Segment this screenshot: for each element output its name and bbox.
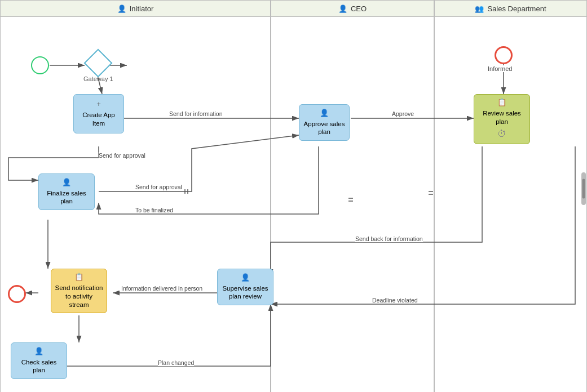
supervise-label: Supervise sales plan review (221, 284, 270, 301)
label-send-back-info: Send back for information (355, 235, 423, 242)
gateway-node (84, 49, 113, 78)
create-app-item-icon: + (96, 100, 101, 109)
ceo-icon: 👤 (338, 5, 347, 13)
label-to-be-finalized: To be finalized (135, 207, 173, 213)
clock-icon: ⏱ (497, 128, 506, 140)
check-icon: 👤 (34, 347, 43, 357)
check-sales-plan-node[interactable]: 👤 Check sales plan (11, 342, 67, 379)
supervise-icon: 👤 (241, 273, 250, 283)
label-send-for-info: Send for information (169, 110, 223, 117)
lane-body-ceo (271, 17, 434, 392)
finalize-sales-plan-node[interactable]: 👤 Finalize sales plan (38, 173, 95, 210)
approve-icon: 👤 (320, 109, 329, 118)
lane-header-sales: 👥 Sales Department (434, 0, 587, 17)
lane-header-initiator: 👤 Initiator (0, 0, 271, 17)
finalize-label: Finalize sales plan (42, 189, 91, 206)
send-notification-node[interactable]: 📋 Send notification to activity stream (51, 269, 107, 313)
initiator-icon: 👤 (117, 5, 126, 13)
start-event (31, 56, 49, 74)
informed-label: Informed (488, 65, 512, 72)
label-deadline-violated: Deadline violated (372, 297, 418, 304)
notification-icon: 📋 (74, 273, 83, 282)
approve-label: Approve sales plan (303, 120, 346, 137)
approve-sales-plan-node[interactable]: 👤 Approve sales plan (299, 104, 350, 141)
review-sales-plan-node[interactable]: 📋 Review sales plan ⏱ (474, 94, 530, 144)
review-label: Review sales plan (478, 109, 526, 126)
label-info-delivered: Information delivered in person (121, 285, 202, 292)
label-plan-changed: Plan changed (158, 359, 194, 366)
gateway-wrapper: Gateway 1 (83, 53, 113, 82)
label-send-approval-2: Send for approval (135, 184, 182, 190)
check-label: Check sales plan (15, 358, 63, 375)
lane-header-ceo: 👤 CEO (271, 0, 434, 17)
label-send-approval-1: Send for approval (99, 152, 145, 159)
supervise-node[interactable]: 👤 Supervise sales plan review (217, 269, 273, 305)
finalize-icon: 👤 (62, 178, 71, 188)
lane-body-sales (434, 17, 587, 392)
bpmn-diagram: 👤 Initiator 👤 CEO 👥 Sales Department (0, 0, 587, 392)
informed-end-event (495, 46, 513, 64)
review-icon: 📋 (497, 98, 506, 108)
create-app-item-node[interactable]: + Create App Item (73, 94, 124, 133)
create-app-item-label: Create App Item (77, 111, 120, 128)
end-event-notification (8, 285, 26, 303)
sales-icon: 👥 (475, 5, 484, 13)
label-approve: Approve (392, 110, 414, 117)
notification-label: Send notification to activity stream (55, 284, 103, 309)
